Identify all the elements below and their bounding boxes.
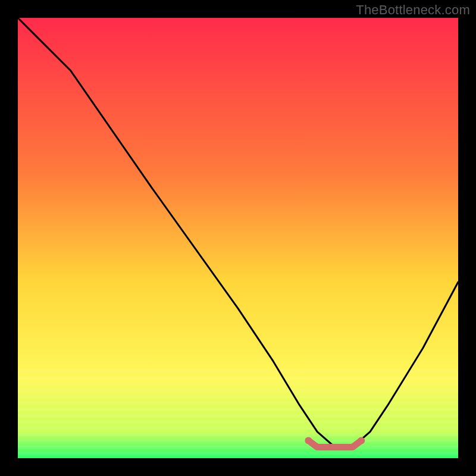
band-stripe	[18, 389, 458, 392]
optimal-range-endpoint	[305, 437, 312, 444]
chart-svg	[18, 18, 458, 458]
band-stripe	[18, 370, 458, 373]
band-stripe	[18, 377, 458, 380]
band-stripe	[18, 433, 458, 436]
watermark-text: TheBottleneck.com	[356, 2, 470, 18]
band-stripe	[18, 439, 458, 442]
band-stripe	[18, 452, 458, 455]
band-stripe	[18, 446, 458, 449]
chart-container: TheBottleneck.com	[0, 0, 476, 476]
band-stripe	[18, 421, 458, 424]
band-stripe	[18, 383, 458, 386]
band-stripe	[18, 402, 458, 405]
band-stripe	[18, 427, 458, 430]
optimal-range-endpoint	[358, 437, 365, 444]
band-stripe	[18, 414, 458, 417]
bottleneck-chart	[18, 18, 458, 458]
band-stripe	[18, 408, 458, 411]
